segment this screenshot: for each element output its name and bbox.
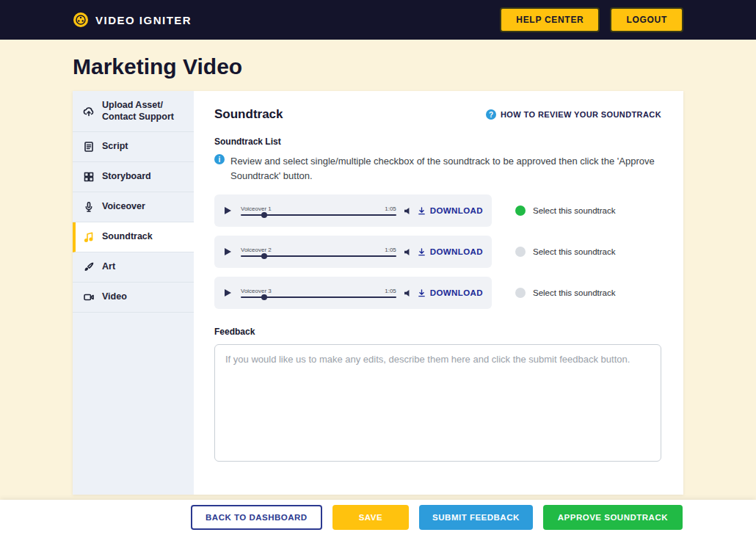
select-soundtrack-radio[interactable] (515, 247, 526, 257)
voiceover-mic-icon (83, 201, 95, 213)
track-time: 1:05 (385, 205, 396, 212)
volume-icon[interactable] (404, 289, 413, 297)
sidebar-item-voiceover[interactable]: Voiceover (73, 192, 194, 222)
approve-soundtrack-button[interactable]: APPROVE SOUNDTRACK (543, 505, 683, 530)
track-area: Voiceover 2 1:05 (241, 247, 396, 257)
track-time: 1:05 (385, 247, 396, 253)
info-circle-icon: i (214, 154, 225, 164)
sidebar-item-upload-asset[interactable]: Upload Asset/ Contact Support (73, 91, 194, 132)
select-soundtrack-label[interactable]: Select this soundtrack (533, 247, 616, 256)
download-icon (418, 289, 426, 297)
feedback-heading: Feedback (214, 327, 661, 337)
how-to-review-label: HOW TO REVIEW YOUR SOUNDTRACK (501, 110, 661, 119)
seek-thumb[interactable] (261, 253, 267, 259)
soundtrack-row: Voiceover 2 1:05 DOWNLOAD (214, 236, 661, 268)
upload-cloud-icon (83, 106, 95, 117)
sidebar-item-video[interactable]: Video (73, 283, 194, 313)
download-link[interactable]: DOWNLOAD (418, 206, 483, 215)
select-soundtrack-radio[interactable] (515, 205, 526, 216)
soundtrack-row: Voiceover 1 1:05 DOWNLOAD (214, 194, 661, 227)
step-sidebar: Upload Asset/ Contact Support Script Sto… (73, 91, 194, 495)
track-label: Voiceover 2 (241, 247, 272, 253)
select-soundtrack-label[interactable]: Select this soundtrack (533, 288, 616, 297)
logout-button[interactable]: LOGOUT (610, 7, 683, 32)
script-icon (83, 141, 95, 153)
top-header: VIDEO IGNITER HELP CENTER LOGOUT (0, 0, 756, 40)
info-row: i Review and select single/multiple chec… (214, 154, 661, 183)
sidebar-item-label: Soundtrack (102, 231, 153, 243)
sidebar-item-art[interactable]: Art (73, 252, 194, 283)
audio-player-2: Voiceover 2 1:05 DOWNLOAD (214, 236, 492, 268)
how-to-review-link[interactable]: ? HOW TO REVIEW YOUR SOUNDTRACK (486, 109, 661, 120)
seek-bar[interactable] (241, 296, 396, 298)
sidebar-item-label: Voiceover (102, 201, 145, 213)
header-actions: HELP CENTER LOGOUT (500, 7, 683, 32)
download-link[interactable]: DOWNLOAD (418, 247, 483, 256)
seek-bar[interactable] (241, 255, 396, 257)
download-icon (418, 248, 426, 256)
sidebar-item-soundtrack[interactable]: Soundtrack (73, 222, 194, 252)
download-link[interactable]: DOWNLOAD (418, 288, 483, 297)
save-button[interactable]: SAVE (332, 505, 409, 530)
page-title: Marketing Video (73, 54, 756, 79)
sidebar-item-label: Art (102, 261, 115, 273)
info-text: Review and select single/multiple checkb… (230, 154, 661, 183)
download-label: DOWNLOAD (430, 247, 483, 256)
video-camera-icon (83, 291, 95, 303)
question-circle-icon: ? (486, 109, 496, 120)
play-icon[interactable] (223, 205, 233, 216)
track-label: Voiceover 3 (241, 288, 272, 294)
soundtrack-row: Voiceover 3 1:05 DOWNLOAD (214, 277, 661, 309)
panel-title: Soundtrack (214, 107, 283, 122)
soundtrack-list: Voiceover 1 1:05 DOWNLOAD (214, 194, 661, 309)
audio-player-1: Voiceover 1 1:05 DOWNLOAD (214, 194, 492, 227)
project-card: Upload Asset/ Contact Support Script Sto… (73, 91, 683, 495)
seek-bar[interactable] (241, 214, 396, 216)
videoigniter-logo[interactable]: VIDEO IGNITER (73, 12, 192, 28)
art-brush-icon (83, 261, 95, 273)
select-soundtrack-radio[interactable] (515, 288, 526, 298)
seek-thumb[interactable] (261, 212, 267, 218)
soundtrack-panel: Soundtrack ? HOW TO REVIEW YOUR SOUNDTRA… (194, 91, 683, 495)
sidebar-item-script[interactable]: Script (73, 132, 194, 162)
storyboard-grid-icon (83, 171, 95, 183)
track-time: 1:05 (385, 288, 396, 294)
download-label: DOWNLOAD (430, 288, 483, 297)
download-label: DOWNLOAD (430, 206, 483, 215)
logo-text: VIDEO IGNITER (95, 14, 192, 26)
sidebar-item-storyboard[interactable]: Storyboard (73, 162, 194, 192)
track-area: Voiceover 3 1:05 (241, 288, 396, 298)
volume-icon[interactable] (404, 207, 413, 215)
help-center-button[interactable]: HELP CENTER (500, 7, 600, 32)
download-icon (418, 207, 426, 215)
feedback-textarea[interactable] (214, 344, 661, 462)
seek-thumb[interactable] (261, 294, 267, 300)
sidebar-item-label: Video (102, 291, 127, 303)
volume-icon[interactable] (404, 248, 413, 256)
sidebar-item-label: Script (102, 141, 128, 153)
play-icon[interactable] (223, 247, 233, 257)
back-to-dashboard-button[interactable]: BACK TO DASHBOARD (191, 505, 322, 530)
play-icon[interactable] (223, 288, 233, 298)
sidebar-item-label: Upload Asset/ Contact Support (102, 100, 183, 123)
submit-feedback-button[interactable]: SUBMIT FEEDBACK (419, 505, 533, 530)
action-footer: BACK TO DASHBOARD SAVE SUBMIT FEEDBACK A… (0, 500, 756, 535)
soundtrack-music-icon (83, 231, 95, 243)
audio-player-3: Voiceover 3 1:05 DOWNLOAD (214, 277, 492, 309)
soundtrack-list-heading: Soundtrack List (214, 137, 661, 147)
track-area: Voiceover 1 1:05 (241, 205, 396, 216)
videoigniter-logo-icon (73, 12, 89, 28)
sidebar-item-label: Storyboard (102, 171, 151, 183)
track-label: Voiceover 1 (241, 205, 272, 212)
select-soundtrack-label[interactable]: Select this soundtrack (533, 206, 616, 215)
